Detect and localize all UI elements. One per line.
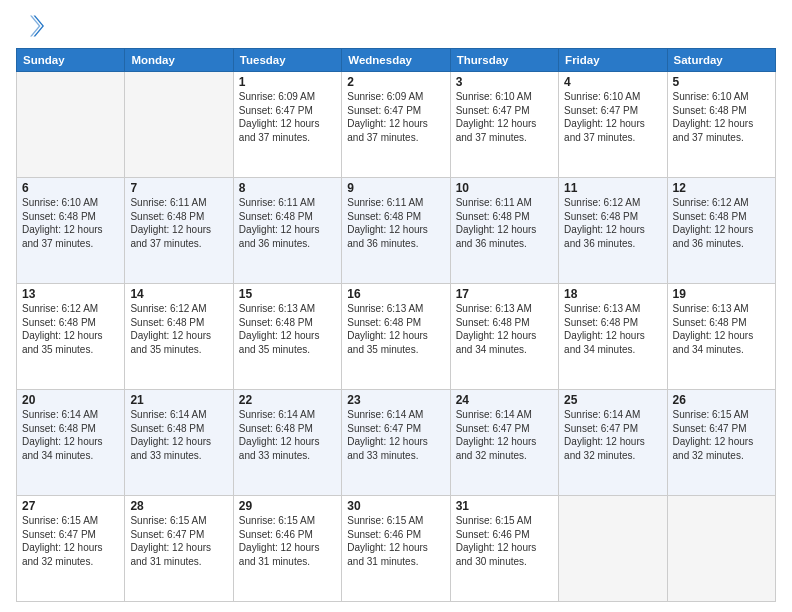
- weekday-header-wednesday: Wednesday: [342, 49, 450, 72]
- day-number: 25: [564, 393, 661, 407]
- week-row-3: 13Sunrise: 6:12 AM Sunset: 6:48 PM Dayli…: [17, 284, 776, 390]
- day-info: Sunrise: 6:15 AM Sunset: 6:47 PM Dayligh…: [673, 408, 770, 462]
- week-row-2: 6Sunrise: 6:10 AM Sunset: 6:48 PM Daylig…: [17, 178, 776, 284]
- calendar-cell: 7Sunrise: 6:11 AM Sunset: 6:48 PM Daylig…: [125, 178, 233, 284]
- week-row-4: 20Sunrise: 6:14 AM Sunset: 6:48 PM Dayli…: [17, 390, 776, 496]
- day-info: Sunrise: 6:13 AM Sunset: 6:48 PM Dayligh…: [347, 302, 444, 356]
- calendar-cell: 14Sunrise: 6:12 AM Sunset: 6:48 PM Dayli…: [125, 284, 233, 390]
- weekday-header-monday: Monday: [125, 49, 233, 72]
- calendar-cell: [667, 496, 775, 602]
- calendar-cell: 21Sunrise: 6:14 AM Sunset: 6:48 PM Dayli…: [125, 390, 233, 496]
- day-info: Sunrise: 6:14 AM Sunset: 6:47 PM Dayligh…: [564, 408, 661, 462]
- day-number: 10: [456, 181, 553, 195]
- calendar-cell: [559, 496, 667, 602]
- day-number: 27: [22, 499, 119, 513]
- day-number: 8: [239, 181, 336, 195]
- day-number: 3: [456, 75, 553, 89]
- calendar-cell: 26Sunrise: 6:15 AM Sunset: 6:47 PM Dayli…: [667, 390, 775, 496]
- day-number: 30: [347, 499, 444, 513]
- day-info: Sunrise: 6:14 AM Sunset: 6:47 PM Dayligh…: [456, 408, 553, 462]
- calendar-cell: [17, 72, 125, 178]
- calendar-cell: 28Sunrise: 6:15 AM Sunset: 6:47 PM Dayli…: [125, 496, 233, 602]
- day-info: Sunrise: 6:10 AM Sunset: 6:47 PM Dayligh…: [456, 90, 553, 144]
- day-number: 24: [456, 393, 553, 407]
- day-info: Sunrise: 6:12 AM Sunset: 6:48 PM Dayligh…: [564, 196, 661, 250]
- calendar-cell: 12Sunrise: 6:12 AM Sunset: 6:48 PM Dayli…: [667, 178, 775, 284]
- calendar-cell: 29Sunrise: 6:15 AM Sunset: 6:46 PM Dayli…: [233, 496, 341, 602]
- calendar-cell: 9Sunrise: 6:11 AM Sunset: 6:48 PM Daylig…: [342, 178, 450, 284]
- calendar-cell: 3Sunrise: 6:10 AM Sunset: 6:47 PM Daylig…: [450, 72, 558, 178]
- calendar-cell: 30Sunrise: 6:15 AM Sunset: 6:46 PM Dayli…: [342, 496, 450, 602]
- calendar-cell: 17Sunrise: 6:13 AM Sunset: 6:48 PM Dayli…: [450, 284, 558, 390]
- day-number: 26: [673, 393, 770, 407]
- day-number: 31: [456, 499, 553, 513]
- day-number: 14: [130, 287, 227, 301]
- calendar-cell: 4Sunrise: 6:10 AM Sunset: 6:47 PM Daylig…: [559, 72, 667, 178]
- calendar-cell: 8Sunrise: 6:11 AM Sunset: 6:48 PM Daylig…: [233, 178, 341, 284]
- day-info: Sunrise: 6:11 AM Sunset: 6:48 PM Dayligh…: [456, 196, 553, 250]
- day-number: 12: [673, 181, 770, 195]
- calendar-cell: 25Sunrise: 6:14 AM Sunset: 6:47 PM Dayli…: [559, 390, 667, 496]
- calendar-cell: 18Sunrise: 6:13 AM Sunset: 6:48 PM Dayli…: [559, 284, 667, 390]
- calendar-cell: 15Sunrise: 6:13 AM Sunset: 6:48 PM Dayli…: [233, 284, 341, 390]
- calendar-cell: 2Sunrise: 6:09 AM Sunset: 6:47 PM Daylig…: [342, 72, 450, 178]
- header: [16, 12, 776, 40]
- weekday-header-row: SundayMondayTuesdayWednesdayThursdayFrid…: [17, 49, 776, 72]
- day-info: Sunrise: 6:15 AM Sunset: 6:47 PM Dayligh…: [130, 514, 227, 568]
- calendar-cell: 5Sunrise: 6:10 AM Sunset: 6:48 PM Daylig…: [667, 72, 775, 178]
- day-info: Sunrise: 6:15 AM Sunset: 6:47 PM Dayligh…: [22, 514, 119, 568]
- week-row-5: 27Sunrise: 6:15 AM Sunset: 6:47 PM Dayli…: [17, 496, 776, 602]
- day-info: Sunrise: 6:13 AM Sunset: 6:48 PM Dayligh…: [239, 302, 336, 356]
- calendar-cell: 16Sunrise: 6:13 AM Sunset: 6:48 PM Dayli…: [342, 284, 450, 390]
- day-info: Sunrise: 6:14 AM Sunset: 6:48 PM Dayligh…: [130, 408, 227, 462]
- day-info: Sunrise: 6:12 AM Sunset: 6:48 PM Dayligh…: [130, 302, 227, 356]
- calendar-cell: 27Sunrise: 6:15 AM Sunset: 6:47 PM Dayli…: [17, 496, 125, 602]
- day-info: Sunrise: 6:14 AM Sunset: 6:48 PM Dayligh…: [22, 408, 119, 462]
- day-number: 5: [673, 75, 770, 89]
- day-number: 29: [239, 499, 336, 513]
- day-info: Sunrise: 6:09 AM Sunset: 6:47 PM Dayligh…: [239, 90, 336, 144]
- day-info: Sunrise: 6:09 AM Sunset: 6:47 PM Dayligh…: [347, 90, 444, 144]
- day-info: Sunrise: 6:14 AM Sunset: 6:48 PM Dayligh…: [239, 408, 336, 462]
- calendar-cell: 20Sunrise: 6:14 AM Sunset: 6:48 PM Dayli…: [17, 390, 125, 496]
- day-info: Sunrise: 6:11 AM Sunset: 6:48 PM Dayligh…: [130, 196, 227, 250]
- day-info: Sunrise: 6:12 AM Sunset: 6:48 PM Dayligh…: [673, 196, 770, 250]
- day-number: 15: [239, 287, 336, 301]
- day-number: 4: [564, 75, 661, 89]
- day-info: Sunrise: 6:10 AM Sunset: 6:48 PM Dayligh…: [22, 196, 119, 250]
- day-info: Sunrise: 6:10 AM Sunset: 6:47 PM Dayligh…: [564, 90, 661, 144]
- day-info: Sunrise: 6:11 AM Sunset: 6:48 PM Dayligh…: [239, 196, 336, 250]
- day-info: Sunrise: 6:15 AM Sunset: 6:46 PM Dayligh…: [456, 514, 553, 568]
- day-number: 17: [456, 287, 553, 301]
- day-info: Sunrise: 6:14 AM Sunset: 6:47 PM Dayligh…: [347, 408, 444, 462]
- day-info: Sunrise: 6:11 AM Sunset: 6:48 PM Dayligh…: [347, 196, 444, 250]
- calendar-cell: 19Sunrise: 6:13 AM Sunset: 6:48 PM Dayli…: [667, 284, 775, 390]
- calendar-cell: 23Sunrise: 6:14 AM Sunset: 6:47 PM Dayli…: [342, 390, 450, 496]
- day-number: 18: [564, 287, 661, 301]
- day-number: 11: [564, 181, 661, 195]
- weekday-header-saturday: Saturday: [667, 49, 775, 72]
- day-number: 28: [130, 499, 227, 513]
- svg-marker-1: [30, 16, 41, 37]
- calendar-cell: 22Sunrise: 6:14 AM Sunset: 6:48 PM Dayli…: [233, 390, 341, 496]
- weekday-header-sunday: Sunday: [17, 49, 125, 72]
- calendar-cell: [125, 72, 233, 178]
- calendar-cell: 13Sunrise: 6:12 AM Sunset: 6:48 PM Dayli…: [17, 284, 125, 390]
- calendar-cell: 10Sunrise: 6:11 AM Sunset: 6:48 PM Dayli…: [450, 178, 558, 284]
- logo-icon: [16, 12, 44, 40]
- weekday-header-friday: Friday: [559, 49, 667, 72]
- day-number: 1: [239, 75, 336, 89]
- day-number: 2: [347, 75, 444, 89]
- day-number: 16: [347, 287, 444, 301]
- day-info: Sunrise: 6:13 AM Sunset: 6:48 PM Dayligh…: [456, 302, 553, 356]
- calendar-cell: 11Sunrise: 6:12 AM Sunset: 6:48 PM Dayli…: [559, 178, 667, 284]
- day-info: Sunrise: 6:12 AM Sunset: 6:48 PM Dayligh…: [22, 302, 119, 356]
- logo: [16, 12, 48, 40]
- calendar: SundayMondayTuesdayWednesdayThursdayFrid…: [16, 48, 776, 602]
- calendar-cell: 1Sunrise: 6:09 AM Sunset: 6:47 PM Daylig…: [233, 72, 341, 178]
- page: SundayMondayTuesdayWednesdayThursdayFrid…: [0, 0, 792, 612]
- day-number: 7: [130, 181, 227, 195]
- day-number: 9: [347, 181, 444, 195]
- weekday-header-tuesday: Tuesday: [233, 49, 341, 72]
- weekday-header-thursday: Thursday: [450, 49, 558, 72]
